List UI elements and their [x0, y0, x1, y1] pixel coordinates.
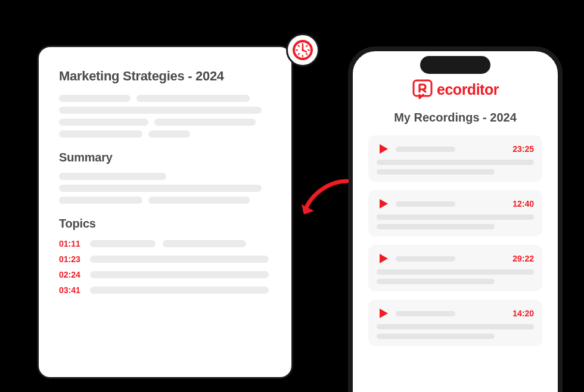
topic-time: 01:11 — [59, 239, 83, 248]
recording-item[interactable]: 14:20 — [368, 300, 542, 346]
play-icon[interactable] — [377, 307, 390, 320]
document-title: Marketing Strategies - 2024 — [59, 69, 271, 84]
skeleton-row — [59, 95, 271, 102]
recording-item[interactable]: 29:22 — [368, 245, 542, 291]
skeleton-row — [59, 197, 271, 204]
svg-line-8 — [299, 54, 300, 55]
topic-time: 02:24 — [59, 270, 83, 279]
topic-row: 03:41 — [59, 285, 271, 295]
recording-time: 12:40 — [512, 199, 534, 209]
skeleton-row — [59, 107, 271, 114]
recording-time: 14:20 — [512, 309, 534, 318]
topic-row: 01:11 — [59, 239, 271, 248]
svg-rect-13 — [414, 80, 431, 96]
topic-row: 01:23 — [59, 254, 271, 264]
clock-icon — [286, 33, 319, 67]
skeleton-row — [59, 119, 271, 126]
brand-r-icon — [412, 79, 433, 100]
recording-item[interactable]: 12:40 — [368, 190, 542, 237]
play-icon[interactable] — [377, 197, 390, 210]
document-card: Marketing Strategies - 2024 Summary Topi… — [37, 45, 293, 379]
svg-line-6 — [299, 46, 300, 47]
skeleton-row — [59, 185, 271, 192]
play-icon[interactable] — [377, 252, 390, 265]
topic-row: 02:24 — [59, 270, 271, 279]
svg-line-9 — [306, 46, 307, 47]
arrow-icon — [298, 178, 349, 219]
play-icon[interactable] — [377, 142, 390, 155]
topics-heading: Topics — [59, 217, 271, 231]
brand-name: ecorditor — [437, 81, 499, 98]
recording-time: 23:25 — [512, 144, 534, 154]
topic-time: 03:41 — [59, 285, 83, 295]
topic-time: 01:23 — [59, 254, 83, 264]
summary-heading: Summary — [59, 151, 271, 164]
phone-notch — [420, 56, 490, 74]
phone-mockup: ecorditor My Recordings - 2024 23:25 12:… — [348, 46, 563, 392]
recording-item[interactable]: 23:25 — [368, 135, 542, 182]
svg-point-12 — [302, 49, 304, 51]
skeleton-row — [59, 130, 271, 138]
svg-line-7 — [306, 54, 307, 55]
brand-logo: ecorditor — [368, 79, 542, 100]
recordings-title: My Recordings - 2024 — [368, 111, 542, 125]
skeleton-row — [59, 173, 271, 180]
recording-time: 29:22 — [512, 254, 534, 263]
